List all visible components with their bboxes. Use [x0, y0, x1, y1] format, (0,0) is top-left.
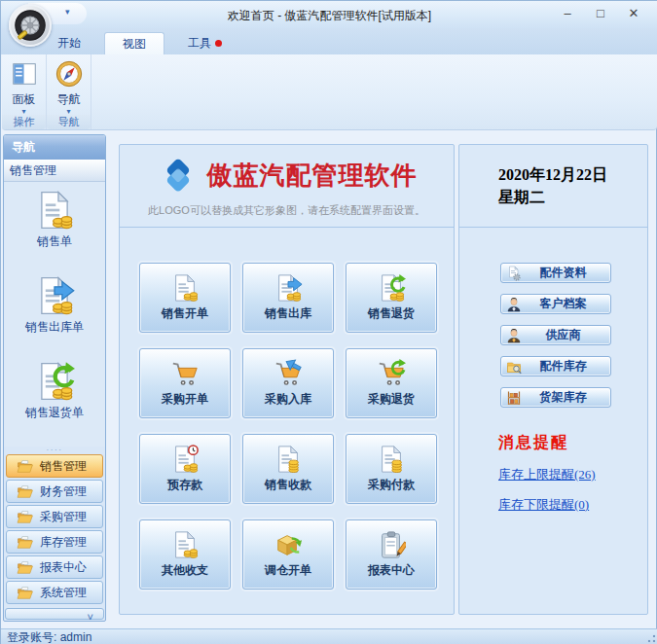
folder-search-icon [506, 359, 522, 375]
dropdown-arrow-icon: ▾ [66, 108, 70, 115]
shortcut-grid: 销售开单 销售出库 销售退货 采购开单 采购入库 采购退货 [139, 263, 437, 590]
ribbon-group-actions: 面板 ▾ 操作 [2, 54, 47, 129]
clipboard-report-icon [377, 530, 406, 559]
folder-icon [17, 559, 33, 576]
date-block: 2020年12月22日 星期二 [459, 145, 647, 228]
shopping-cart-icon [169, 359, 201, 388]
current-date: 2020年12月22日 [498, 163, 647, 186]
folder-icon [17, 509, 33, 525]
pay-money-icon [377, 445, 406, 474]
shelf-rack-icon [506, 390, 522, 406]
dropdown-arrow-icon: ▾ [21, 108, 25, 115]
ribbon-tab-bar: 开始 视图 工具 [1, 28, 657, 54]
purchase-payment-button[interactable]: 采购付款 [346, 434, 437, 504]
purchase-inbound-button[interactable]: 采购入库 [242, 348, 334, 418]
compass-icon [55, 59, 84, 89]
maximize-button[interactable]: □ [584, 3, 617, 24]
sidebar-item-report-center[interactable]: 报表中心 [6, 555, 103, 579]
sales-receipt-button[interactable]: 销售收款 [242, 434, 334, 504]
ribbon-group-label-navigation: 导航 [47, 115, 91, 129]
warehouse-transfer-button[interactable]: 调仓开单 [242, 519, 334, 590]
sidebar-module-list: 销售管理 财务管理 采购管理 库存管理 报表中心 系统管理 [4, 453, 105, 606]
shelf-stock-button[interactable]: 货架库存 [500, 387, 611, 408]
box-transfer-icon [274, 530, 303, 559]
login-account-label: 登录账号: admin [7, 630, 91, 644]
tire-wheel-icon [13, 8, 48, 43]
stock-upper-limit-link[interactable]: 库存上限提醒(26) [498, 466, 596, 483]
quick-links: 配件资料 客户档案 供应商 配件库存 货架库存 [500, 263, 611, 408]
folder-icon [17, 585, 33, 601]
sidebar-item-purchase-management[interactable]: 采购管理 [6, 505, 103, 528]
logo-block: 傲蓝汽配管理软件 此LOGO可以替换成其它形象图，请在系统配置界面设置。 [120, 145, 454, 228]
ribbon-group-label-actions: 操作 [2, 115, 46, 129]
sidebar-item-sales-outbound-order[interactable]: 销售出库单 [4, 275, 105, 361]
deposit-clock-money-icon [170, 445, 200, 474]
ribbon-group-navigation: 导航 ▾ 导航 [47, 54, 91, 129]
receive-money-icon [274, 445, 303, 474]
sales-create-button[interactable]: 销售开单 [139, 263, 231, 333]
purchase-return-button[interactable]: 采购退货 [346, 348, 437, 418]
supplier-person-icon [506, 328, 522, 343]
resize-grip[interactable] [644, 631, 656, 643]
brand-title: 傲蓝汽配管理软件 [207, 159, 418, 193]
app-window: ▾ 欢迎首页 - 傲蓝汽配管理软件[试用版本] – □ ✕ 开始 视图 工具 面… [0, 0, 657, 644]
logo-hint-text: 此LOGO可以替换成其它形象图，请在系统配置界面设置。 [148, 203, 425, 218]
message-reminder-section: 消息提醒 库存上限提醒(26) 库存下限提醒(0) [498, 433, 596, 514]
sales-order-icon [34, 190, 75, 231]
report-center-button[interactable]: 报表中心 [346, 519, 437, 590]
customer-files-button[interactable]: 客户档案 [500, 294, 611, 314]
sidebar-item-list: 销售单 销售出库单 销售退货单 [4, 182, 105, 447]
sales-outbound-icon [274, 273, 303, 303]
navigation-button[interactable]: 导航 ▾ [47, 54, 91, 115]
folder-icon [17, 483, 33, 500]
panel-button[interactable]: 面板 ▾ [2, 54, 46, 115]
customer-person-icon [506, 297, 522, 312]
notification-dot-icon [215, 40, 222, 47]
ribbon: 面板 ▾ 操作 导航 ▾ 导航 [2, 54, 657, 130]
tab-tools[interactable]: 工具 [170, 32, 239, 54]
close-button[interactable]: ✕ [617, 3, 650, 24]
sidebar-header: 导航 [4, 135, 105, 160]
supplier-button[interactable]: 供应商 [500, 325, 611, 345]
parts-doc-icon [506, 266, 522, 281]
sidebar-item-inventory-management[interactable]: 库存管理 [6, 530, 103, 554]
sidebar-item-system-management[interactable]: 系统管理 [6, 581, 103, 604]
other-income-icon [170, 530, 200, 559]
sales-return-icon [377, 273, 406, 303]
sidebar-collapse-button[interactable]: ˅ [5, 608, 104, 620]
sidebar-item-sales-order[interactable]: 销售单 [4, 190, 105, 275]
minimize-button[interactable]: – [551, 3, 584, 24]
stock-lower-limit-link[interactable]: 库存下限提醒(0) [498, 496, 596, 514]
message-reminder-title: 消息提醒 [498, 433, 596, 453]
sales-order-icon [170, 273, 200, 303]
sidebar-item-sales-management[interactable]: 销售管理 [6, 454, 103, 478]
tab-view[interactable]: 视图 [104, 32, 164, 54]
panel-layout-icon [10, 59, 39, 89]
cart-return-icon [376, 359, 407, 388]
parts-info-button[interactable]: 配件资料 [500, 263, 611, 283]
title-bar: ▾ 欢迎首页 - 傲蓝汽配管理软件[试用版本] – □ ✕ [1, 1, 657, 28]
brand-diamond-logo-icon [157, 155, 200, 197]
sidebar-section-sales[interactable]: 销售管理 [4, 160, 105, 182]
sales-return-button[interactable]: 销售退货 [346, 263, 437, 333]
parts-stock-button[interactable]: 配件库存 [500, 356, 611, 376]
welcome-panel: 傲蓝汽配管理软件 此LOGO可以替换成其它形象图，请在系统配置界面设置。 销售开… [119, 144, 455, 615]
status-bar: 登录账号: admin [1, 628, 657, 644]
cart-inbound-icon [273, 359, 304, 388]
navigation-sidebar: 导航 销售管理 销售单 销售出库单 销售退货单 ∙∙∙∙ 销售管理 [3, 134, 106, 622]
purchase-create-button[interactable]: 采购开单 [139, 348, 231, 418]
other-income-expense-button[interactable]: 其他收支 [139, 519, 231, 590]
folder-icon [17, 458, 33, 475]
sales-outbound-icon [34, 275, 75, 316]
chevron-down-icon: ˅ [88, 611, 93, 623]
current-weekday: 星期二 [498, 186, 647, 208]
app-menu-orb[interactable] [9, 4, 52, 47]
sales-outbound-button[interactable]: 销售出库 [242, 263, 334, 333]
sidebar-splitter-handle[interactable]: ∙∙∙∙ [4, 447, 105, 453]
info-panel: 2020年12月22日 星期二 配件资料 客户档案 供应商 配件库存 货 [458, 144, 648, 615]
sidebar-item-sales-return-order[interactable]: 销售退货单 [4, 361, 105, 447]
folder-icon [17, 534, 33, 551]
sidebar-item-finance-management[interactable]: 财务管理 [6, 480, 103, 503]
sales-return-icon [34, 361, 75, 402]
deposit-button[interactable]: 预存款 [139, 434, 231, 504]
